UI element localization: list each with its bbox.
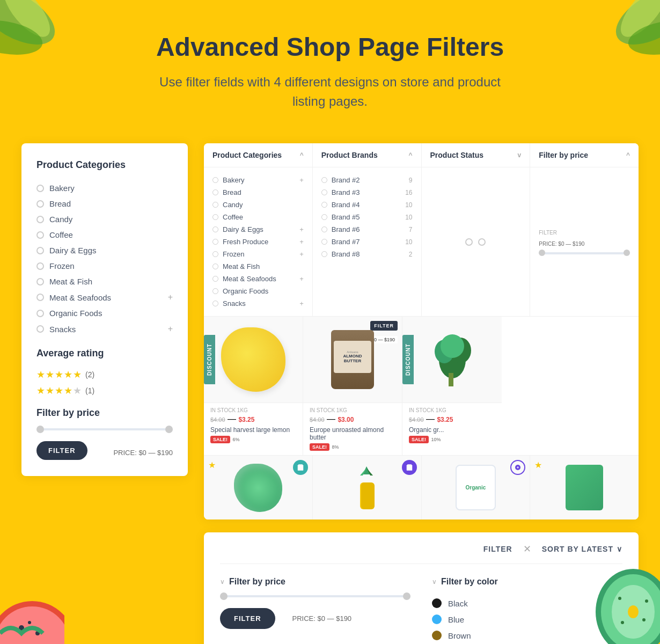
svg-point-9: [441, 334, 464, 358]
list-item[interactable]: Bread: [36, 196, 173, 211]
add-to-cart-button-organic[interactable]: [510, 460, 525, 475]
stock-label: IN STOCK 1KG: [310, 407, 395, 413]
page-title: Advanced Shop Page Filters: [11, 32, 649, 62]
bottom-filter-card: FILTER ✕ SORT BY LATEST ∨ ∨ Filter by pr…: [204, 532, 639, 644]
plus-icon: +: [168, 324, 173, 334]
list-item[interactable]: Dairy & Eggs+: [212, 223, 304, 236]
rating-5-stars[interactable]: ★★★★★ (2): [36, 369, 173, 380]
section-divider-price: Filter by price: [36, 407, 173, 419]
sort-button[interactable]: SORT BY LATEST ∨: [542, 545, 622, 553]
star-icon: ★: [208, 460, 216, 470]
list-item[interactable]: Frozen+: [212, 248, 304, 260]
col-brands[interactable]: Product Brands ^: [313, 143, 422, 167]
hero-subtitle: Use filter fields with 4 different desig…: [142, 72, 518, 111]
price-track: [36, 428, 173, 430]
radio-meatseafood[interactable]: [36, 294, 44, 301]
radio-coffee[interactable]: [36, 231, 44, 239]
main-content: Product Categories Bakery Bread Candy Co…: [0, 133, 660, 644]
list-item[interactable]: Brand #710: [321, 236, 413, 248]
stock-label: IN STOCK 1KG: [409, 407, 495, 413]
price-range-display: PRICE: $0 — $190: [539, 241, 630, 247]
price-handle-right-2[interactable]: [403, 592, 410, 600]
price-range-label: PRICE: $0 — $190: [113, 449, 173, 457]
radio-dairy[interactable]: [36, 247, 44, 254]
shop-panel: Product Categories ^ Product Brands ^ Pr…: [204, 143, 639, 644]
price-handle-col-right[interactable]: [624, 250, 630, 256]
list-item[interactable]: Snacks+: [212, 297, 304, 310]
price-handle-left-2[interactable]: [220, 592, 228, 600]
col-price[interactable]: Filter by price ^: [530, 143, 639, 167]
radio-bakery[interactable]: [36, 185, 44, 192]
list-item[interactable]: Candy: [36, 211, 173, 227]
price-slider[interactable]: [36, 428, 173, 430]
list-item[interactable]: Organic Foods: [36, 305, 173, 321]
svg-point-24: [628, 605, 639, 618]
green-pack-image: [566, 465, 603, 510]
filter-button[interactable]: FILTER: [36, 441, 87, 460]
list-item[interactable]: Brand #410: [321, 199, 413, 211]
price-label-2: PRICE: $0 — $190: [292, 614, 352, 623]
list-item[interactable]: Dairy & Eggs: [36, 243, 173, 258]
status-radio[interactable]: [465, 238, 473, 246]
list-item[interactable]: Brand #316: [321, 186, 413, 199]
left-filter-panel: Product Categories Bakery Bread Candy Co…: [21, 143, 188, 476]
radio-organic[interactable]: [36, 310, 44, 317]
list-item[interactable]: Snacks +: [36, 321, 173, 337]
radio-candy[interactable]: [36, 216, 44, 223]
add-to-cart-button-lettuce[interactable]: [293, 460, 308, 475]
radio-bread[interactable]: [36, 200, 44, 208]
list-item[interactable]: Fresh Produce+: [212, 236, 304, 248]
col-status[interactable]: Product Status v: [422, 143, 531, 167]
star-icon-2: ★: [534, 460, 542, 470]
list-item[interactable]: Meat & Seafoods+: [212, 273, 304, 285]
price-slider-2[interactable]: [220, 595, 410, 597]
color-label-black: Black: [448, 599, 468, 608]
list-item[interactable]: Brand #67: [321, 223, 413, 236]
price-handle-left[interactable]: [36, 426, 44, 433]
product-card-pineapple: [313, 456, 422, 519]
radio-frozen[interactable]: [36, 262, 44, 270]
price-handle-col-left[interactable]: [539, 250, 545, 256]
svg-point-26: [645, 599, 648, 603]
close-icon[interactable]: ✕: [523, 543, 531, 555]
product-card-green-pack: ★: [530, 456, 639, 519]
svg-point-27: [621, 621, 624, 624]
list-item[interactable]: Coffee: [36, 227, 173, 243]
color-label-brown: Brown: [448, 631, 471, 640]
price-handle-right[interactable]: [165, 426, 173, 433]
status-radio-2[interactable]: [478, 238, 486, 246]
list-item[interactable]: Frozen: [36, 258, 173, 274]
radio-meatfish[interactable]: [36, 278, 44, 286]
list-item[interactable]: Brand #82: [321, 248, 413, 260]
stars-5: ★★★★★: [36, 369, 82, 380]
radio-snacks[interactable]: [36, 325, 44, 333]
list-item[interactable]: Meat & Fish: [212, 260, 304, 273]
filter-column-header: Product Categories ^ Product Brands ^ Pr…: [204, 143, 639, 167]
chevron-down-icon: v: [518, 151, 522, 159]
filter-bar-button[interactable]: FILTER: [483, 545, 512, 553]
filter-btn-2[interactable]: FILTER: [220, 608, 275, 629]
kiwi-decoration: [590, 558, 660, 644]
col-categories[interactable]: Product Categories ^: [204, 143, 313, 167]
list-item[interactable]: Candy: [212, 199, 304, 211]
price-filter-group: ∨ Filter by price FILTER PRICE: $0 — $19…: [220, 577, 410, 644]
list-item[interactable]: Bakery+: [212, 174, 304, 186]
price-track-col: [539, 252, 630, 254]
list-item[interactable]: Brand #29: [321, 174, 413, 186]
add-to-cart-button-pineapple[interactable]: [402, 460, 417, 475]
price-row: FILTER PRICE: $0 — $190: [36, 441, 173, 460]
chevron-icon-2: ∨: [432, 578, 437, 586]
product-info-broccoli: IN STOCK 1KG $4.00 — $3.25 Organic gr...…: [402, 402, 502, 448]
rating-4-stars[interactable]: ★★★★★ (1): [36, 385, 173, 397]
list-item[interactable]: Brand #510: [321, 211, 413, 223]
list-item[interactable]: Coffee: [212, 211, 304, 223]
filter-status-col: [422, 167, 531, 316]
list-item[interactable]: Bread: [212, 186, 304, 199]
list-item[interactable]: Meat & Seafoods +: [36, 289, 173, 305]
list-item[interactable]: Organic Foods: [212, 285, 304, 297]
category-list: Bakery Bread Candy Coffee Dairy & Eggs F…: [36, 180, 173, 337]
product-grid: DISCOUNT IN STOCK 1KG $4.00 — $3.25 Spec…: [204, 316, 639, 455]
list-item[interactable]: Bakery: [36, 180, 173, 196]
list-item[interactable]: Meat & Fish: [36, 274, 173, 289]
chevron-down-icon: ∨: [617, 545, 622, 553]
